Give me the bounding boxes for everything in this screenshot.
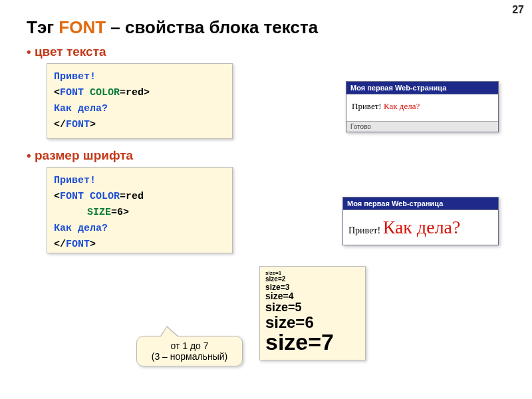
title-part1: Тэг xyxy=(27,17,59,37)
callout-bubble: от 1 до 7 (3 – нормальный) xyxy=(136,336,243,366)
size-7: size=7 xyxy=(265,331,360,354)
code1-l1: Привет! xyxy=(54,71,96,82)
code2-close-lt: </ xyxy=(54,239,66,250)
browser-preview-2: Моя первая Web-страница Привет! Как дела… xyxy=(342,197,499,245)
code1-lt: < xyxy=(54,87,60,98)
browser1-title: Моя первая Web-страница xyxy=(346,82,498,94)
browser1-text-red: Как дела? xyxy=(384,101,420,111)
code2-lt: < xyxy=(54,191,60,202)
title-part2: – свойства блока текста xyxy=(106,17,318,37)
code2-red: =red xyxy=(120,191,144,202)
bullet-size: размер шрифта xyxy=(27,148,532,163)
code2-l1: Привет! xyxy=(54,175,96,186)
code1-font: FONT xyxy=(60,87,90,98)
code1-l3: Как дела? xyxy=(54,103,108,114)
browser2-text-black: Привет! xyxy=(348,225,383,235)
browser1-text-black: Привет! xyxy=(352,101,384,111)
code2-six: =6> xyxy=(111,207,129,218)
code-example-1: Привет! <FONT COLOR=red> Как дела? </FON… xyxy=(47,63,233,139)
browser1-body: Привет! Как дела? xyxy=(346,94,498,121)
size-list: size=1 size=2 size=3 size=4 size=5 size=… xyxy=(259,266,366,360)
page-number: 27 xyxy=(512,4,524,16)
code2-l4: Как дела? xyxy=(54,223,108,234)
browser2-text-red: Как дела? xyxy=(383,217,461,237)
browser1-status: Готово xyxy=(346,121,498,132)
callout-line1: от 1 до 7 xyxy=(144,340,235,351)
size-6: size=6 xyxy=(265,314,360,331)
code-example-2: Привет! <FONT COLOR=red SIZE=6> Как дела… xyxy=(47,167,233,253)
browser2-body: Привет! Как дела? xyxy=(343,210,498,245)
code2-fontcolor: FONT COLOR xyxy=(60,191,120,202)
code2-size: SIZE xyxy=(87,207,111,218)
code1-close-font: FONT xyxy=(66,119,90,130)
code1-color: COLOR xyxy=(90,87,120,98)
code2-close-gt: > xyxy=(90,239,96,250)
code1-red: =red> xyxy=(120,87,150,98)
size-4: size=4 xyxy=(265,291,360,301)
bullet-color: цвет текста xyxy=(27,45,532,59)
callout-line2: (3 – нормальный) xyxy=(144,351,235,362)
size-5: size=5 xyxy=(265,301,360,314)
title-highlight: FONT xyxy=(59,17,106,37)
page-title: Тэг FONT – свойства блока текста xyxy=(27,17,532,38)
code1-close-lt: </ xyxy=(54,119,66,130)
code1-close-gt: > xyxy=(90,119,96,130)
code2-close-font: FONT xyxy=(66,239,90,250)
browser2-title: Моя первая Web-страница xyxy=(343,198,498,210)
browser-preview-1: Моя первая Web-страница Привет! Как дела… xyxy=(346,81,499,132)
